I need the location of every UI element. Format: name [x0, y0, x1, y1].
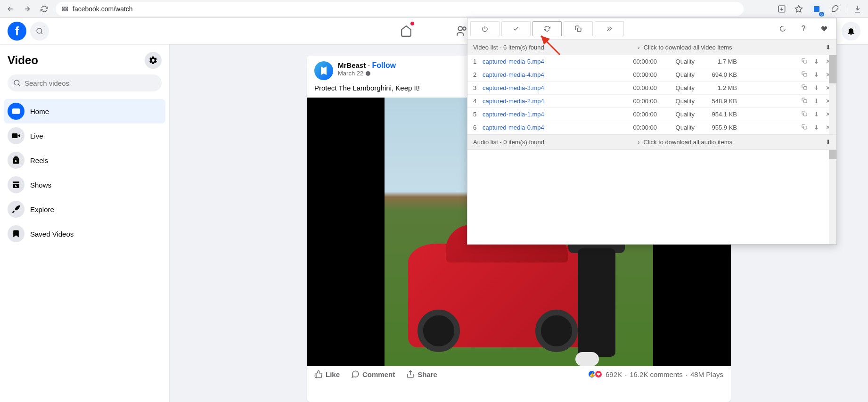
tab-home[interactable] [380, 18, 432, 44]
download-icon[interactable]: ⬇ [814, 84, 819, 91]
scrollbar[interactable] [829, 150, 836, 244]
copy-icon[interactable] [802, 84, 807, 91]
address-bar[interactable]: facebook.com/watch [56, 2, 744, 16]
media-row: 6 captured-media-0.mp4 00:00:00 Quality … [467, 121, 836, 134]
download-icon[interactable]: ⬇ [814, 111, 819, 118]
media-row: 2 captured-media-4.mp4 00:00:00 Quality … [467, 68, 836, 82]
scrollbar[interactable] [829, 55, 836, 134]
row-duration: 00:00:00 [614, 71, 657, 78]
sidebar-item-saved-videos[interactable]: Saved Videos [4, 222, 165, 246]
post-author[interactable]: MrBeast [338, 61, 366, 69]
like-button[interactable]: Like [314, 370, 340, 378]
settings-button[interactable] [145, 52, 162, 69]
ext-skip-button[interactable] [595, 21, 624, 36]
sidebar-item-label: Explore [30, 205, 54, 213]
comment-icon [351, 370, 360, 378]
sidebar-icon [8, 103, 25, 120]
sidebar-search[interactable] [8, 74, 162, 91]
extension-button[interactable]: 6 [810, 2, 823, 16]
svg-rect-17 [804, 60, 807, 64]
forward-button[interactable] [22, 3, 33, 15]
search-input[interactable] [25, 79, 156, 87]
reaction-icons: 👍❤ [590, 370, 603, 378]
search-icon [13, 79, 21, 87]
svg-rect-2 [63, 9, 65, 11]
copy-icon[interactable] [802, 124, 807, 131]
fb-logo[interactable]: f [8, 22, 26, 41]
ext-loading-icon[interactable] [773, 21, 792, 36]
sidebar-item-shows[interactable]: Shows [4, 172, 165, 197]
svg-rect-21 [804, 113, 807, 116]
avatar[interactable] [314, 61, 333, 80]
sidebar-icon [8, 127, 25, 144]
ext-check-button[interactable] [501, 21, 531, 36]
copy-icon[interactable] [802, 58, 807, 65]
video-list-header[interactable]: Video list - 6 item(s) found › Click to … [467, 40, 836, 55]
row-size: 955.9 KB [695, 124, 737, 131]
post-date[interactable]: March 22 [338, 70, 396, 77]
row-filename[interactable]: captured-media-1.mp4 [483, 111, 614, 118]
fb-search-button[interactable] [30, 22, 49, 41]
download-icon[interactable]: ⬇ [814, 98, 819, 105]
svg-rect-11 [12, 133, 18, 138]
globe-icon [365, 71, 371, 76]
ext-help-button[interactable]: ? [794, 21, 813, 36]
row-quality[interactable]: Quality [657, 124, 695, 131]
ext-power-button[interactable] [470, 21, 500, 36]
row-filename[interactable]: captured-media-0.mp4 [483, 124, 614, 131]
row-filename[interactable]: captured-media-4.mp4 [483, 71, 614, 78]
notification-dot [410, 22, 414, 25]
sidebar-item-live[interactable]: Live [4, 123, 165, 148]
chevron-right-icon: › [638, 44, 639, 51]
sidebar-item-home[interactable]: Home [4, 99, 165, 123]
row-filename[interactable]: captured-media-3.mp4 [483, 84, 614, 91]
download-all-icon[interactable]: ⬇ [826, 44, 831, 51]
sidebar-icon [8, 225, 25, 242]
row-duration: 00:00:00 [614, 84, 657, 91]
share-button[interactable]: Share [406, 370, 437, 378]
svg-rect-5 [814, 6, 819, 12]
bookmark-icon[interactable] [793, 3, 804, 15]
comment-button[interactable]: Comment [351, 370, 395, 378]
row-quality[interactable]: Quality [657, 58, 695, 65]
ext-refresh-button[interactable] [532, 21, 562, 36]
reload-button[interactable] [39, 3, 50, 15]
copy-icon[interactable] [802, 98, 807, 105]
download-icon[interactable]: ⬇ [814, 58, 819, 65]
row-filename[interactable]: captured-media-5.mp4 [483, 58, 614, 65]
row-quality[interactable]: Quality [657, 111, 695, 118]
download-all-icon[interactable]: ⬇ [826, 139, 831, 146]
svg-rect-18 [804, 74, 807, 77]
post-stats[interactable]: 👍❤ 692K · 16.2K comments · 48M Plays [590, 370, 723, 378]
copy-icon[interactable] [802, 71, 807, 78]
row-filename[interactable]: captured-media-2.mp4 [483, 98, 614, 105]
copy-icon[interactable] [802, 111, 807, 118]
svg-rect-20 [804, 100, 807, 103]
row-index: 5 [473, 111, 483, 118]
sidebar-item-reels[interactable]: Reels [4, 148, 165, 172]
site-settings-icon[interactable] [61, 5, 69, 13]
sidebar: Video HomeLiveReelsShowsExploreSaved Vid… [0, 44, 170, 402]
row-quality[interactable]: Quality [657, 98, 695, 105]
svg-rect-14 [15, 156, 18, 157]
extensions-menu-icon[interactable] [829, 3, 840, 15]
row-quality[interactable]: Quality [657, 71, 695, 78]
follow-link[interactable]: Follow [372, 61, 396, 69]
url-text: facebook.com/watch [73, 5, 133, 13]
media-row: 4 captured-media-2.mp4 00:00:00 Quality … [467, 95, 836, 108]
svg-rect-1 [66, 7, 67, 8]
row-duration: 00:00:00 [614, 58, 657, 65]
row-duration: 00:00:00 [614, 98, 657, 105]
audio-list-header[interactable]: Audio list - 0 item(s) found › Click to … [467, 134, 836, 150]
row-quality[interactable]: Quality [657, 84, 695, 91]
row-size: 954.1 KB [695, 111, 737, 118]
ext-copy-button[interactable] [564, 21, 593, 36]
download-icon[interactable]: ⬇ [814, 71, 819, 78]
download-icon[interactable]: ⬇ [814, 124, 819, 131]
ext-heart-button[interactable] [815, 21, 834, 36]
sidebar-item-explore[interactable]: Explore [4, 197, 165, 222]
downloads-icon[interactable] [852, 3, 863, 15]
install-app-icon[interactable] [776, 3, 787, 15]
back-button[interactable] [5, 3, 16, 15]
notifications-button[interactable] [842, 22, 860, 41]
